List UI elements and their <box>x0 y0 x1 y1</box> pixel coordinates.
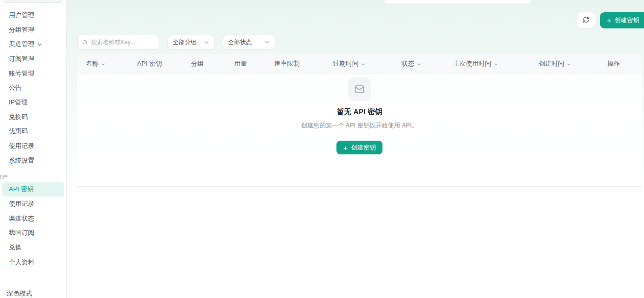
column-header-usage: 用量 <box>234 54 247 74</box>
chevron-down-icon <box>37 42 42 47</box>
empty-inbox-icon <box>348 77 371 101</box>
plus-icon: + <box>607 17 611 24</box>
column-header-rate-limit: 速率限制 <box>274 54 300 74</box>
sidebar-item-label: 使用记录 <box>9 142 34 150</box>
status-filter-value: 全部状态 <box>228 38 252 47</box>
status-filter-select[interactable]: 全部状态 <box>223 35 275 50</box>
column-header-api-key: API 密钥 <box>137 54 162 74</box>
sidebar-item-group-management[interactable]: 分组管理 <box>2 23 64 37</box>
sidebar-item-my-subscription[interactable]: 我的订阅 <box>2 226 64 241</box>
card-bottom-divider <box>77 186 642 187</box>
sidebar-item-label: 公告 <box>9 83 22 92</box>
sidebar-item-user-management[interactable]: 用户管理 <box>2 8 64 23</box>
topbar-actions: + 创建密钥 <box>577 12 644 28</box>
create-key-button-empty-state[interactable]: + 创建密钥 <box>336 141 382 154</box>
chevron-down-icon <box>264 40 270 45</box>
group-filter-select[interactable]: 全部分组 <box>167 35 215 50</box>
column-header-group: 分组 <box>191 54 204 74</box>
sidebar-item-label: 用户管理 <box>9 11 34 20</box>
sidebar-item-label: IP管理 <box>9 98 27 107</box>
sidebar-item-system-settings[interactable]: 系统设置 <box>2 153 64 168</box>
column-header-last-used[interactable]: 上次使用时间 <box>453 54 498 74</box>
search-icon <box>82 39 88 46</box>
api-keys-table-card: 名称 API 密钥 分组 用量 速率限制 过期时间 状态 <box>77 54 642 187</box>
create-key-label: 创建密钥 <box>615 16 639 25</box>
empty-state-description: 创建您的第一个 API 密钥以开始使用 API。 <box>301 122 418 130</box>
chevron-down-icon <box>204 40 209 45</box>
filter-row: 全部分组 全部状态 <box>77 35 275 50</box>
sort-chevron-icon <box>361 62 365 67</box>
sidebar-item-label: 使用记录 <box>9 199 34 208</box>
sidebar-item-announcements[interactable]: 公告 <box>2 80 64 95</box>
sidebar-item-api-keys[interactable]: API 密钥 <box>2 182 64 197</box>
sidebar-footer: 深色模式 <box>0 286 66 298</box>
sidebar-item-label: 兑换码 <box>9 113 28 122</box>
sidebar-item-label: API 密钥 <box>9 185 34 194</box>
sidebar-item-usage-logs[interactable]: 使用记录 <box>2 197 64 211</box>
sidebar-item-usage-logs-admin[interactable]: 使用记录 <box>2 139 64 153</box>
column-header-status[interactable]: 状态 <box>402 54 421 74</box>
column-header-created-time[interactable]: 创建时间 <box>539 54 571 74</box>
sidebar-item-redeem[interactable]: 兑换 <box>2 240 64 255</box>
sidebar-item-channel-status[interactable]: 渠道状态 <box>2 211 64 226</box>
sidebar-item-label: 分组管理 <box>9 25 34 34</box>
column-header-expire-time[interactable]: 过期时间 <box>333 54 365 74</box>
sidebar-item-label: 系统设置 <box>9 156 34 165</box>
sidebar-item-label: 我的订阅 <box>9 228 34 237</box>
sidebar-menu: 用户管理 分组管理 渠道管理 订阅管理 账号管理 公告 IP管理 兑换码 优惠码 <box>0 8 66 270</box>
empty-state: 暂无 API 密钥 创建您的第一个 API 密钥以开始使用 API。 + 创建密… <box>77 77 642 154</box>
table-header-row: 名称 API 密钥 分组 用量 速率限制 过期时间 状态 <box>77 54 642 74</box>
sidebar-item-redeem-codes[interactable]: 兑换码 <box>2 110 64 124</box>
sidebar-item-label: 个人资料 <box>9 258 34 267</box>
sidebar-item-channel-management[interactable]: 渠道管理 <box>2 37 64 51</box>
sidebar-section-account: 账户 <box>0 173 66 180</box>
main-content: + 创建密钥 全部分组 全部状态 名称 <box>67 0 644 298</box>
sort-chevron-icon <box>101 62 105 67</box>
sidebar-item-ip-management[interactable]: IP管理 <box>2 95 64 110</box>
empty-state-title: 暂无 API 密钥 <box>336 107 382 117</box>
sidebar-clipped-top-item <box>2 0 63 3</box>
refresh-button[interactable] <box>577 12 596 28</box>
sidebar-item-subscription-management[interactable]: 订阅管理 <box>2 51 64 66</box>
sidebar: 用户管理 分组管理 渠道管理 订阅管理 账号管理 公告 IP管理 兑换码 优惠码 <box>0 0 67 298</box>
dark-mode-label: 深色模式 <box>7 289 32 298</box>
sidebar-item-coupon-codes[interactable]: 优惠码 <box>2 124 64 139</box>
sort-chevron-icon <box>494 62 498 67</box>
create-key-button-top[interactable]: + 创建密钥 <box>600 12 644 28</box>
sidebar-item-profile[interactable]: 个人资料 <box>2 255 64 270</box>
group-filter-value: 全部分组 <box>173 38 196 47</box>
column-header-name[interactable]: 名称 <box>86 54 105 74</box>
refresh-icon <box>583 16 590 25</box>
sort-chevron-icon <box>417 62 421 67</box>
sidebar-item-label: 订阅管理 <box>9 54 34 63</box>
sidebar-item-account-management[interactable]: 账号管理 <box>2 66 64 81</box>
top-overlay-sliver <box>384 0 531 3</box>
sidebar-item-label: 兑换 <box>9 243 22 252</box>
sidebar-item-label: 渠道管理 <box>9 40 34 49</box>
sidebar-item-label: 账号管理 <box>9 69 34 78</box>
plus-icon: + <box>343 144 348 151</box>
create-key-label: 创建密钥 <box>351 144 376 152</box>
search-box <box>77 35 159 50</box>
dark-mode-toggle[interactable]: 深色模式 <box>0 286 66 298</box>
sidebar-item-label: 优惠码 <box>9 127 28 136</box>
column-header-actions: 操作 <box>607 54 620 74</box>
sidebar-item-label: 渠道状态 <box>9 214 34 223</box>
search-input[interactable] <box>91 39 155 46</box>
sort-chevron-icon <box>567 62 571 67</box>
